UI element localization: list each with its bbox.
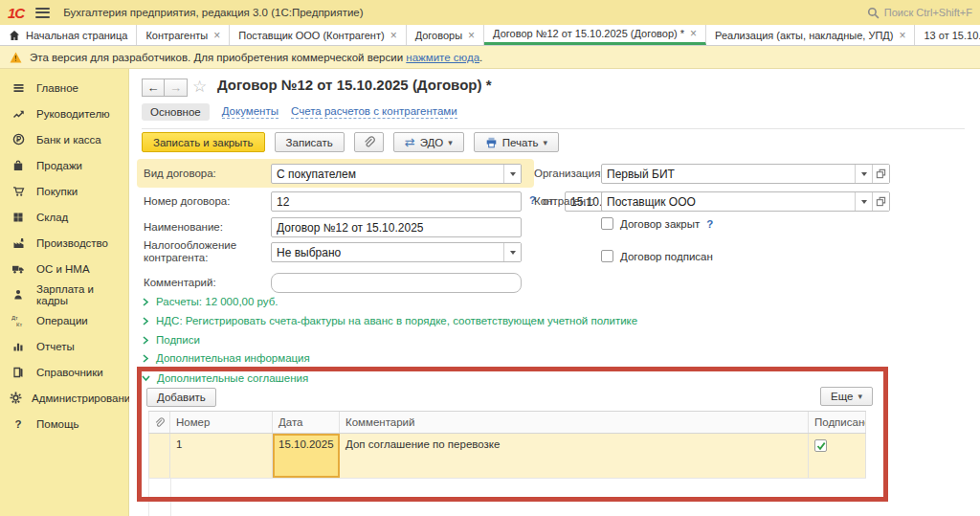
counterparty-combobox[interactable] — [601, 191, 890, 212]
sidebar-item-fixed-assets[interactable]: ОС и НМА — [0, 256, 128, 281]
chevron-right-icon — [142, 336, 149, 345]
section-signatures[interactable]: Подписи — [142, 334, 200, 346]
contract-closed-checkbox[interactable] — [601, 217, 613, 230]
dropdown-arrow[interactable] — [855, 192, 872, 211]
agreement-row[interactable]: 1 15.10.2025 Доп соглашение по перевозке — [148, 434, 866, 479]
section-settlements[interactable]: Расчеты: 12 000,00 руб. — [142, 296, 278, 307]
row-number-cell[interactable]: 1 — [170, 434, 273, 478]
organization-combobox[interactable] — [601, 164, 890, 184]
app-title: Бухгалтерия предприятия, редакция 3.0 (1… — [63, 7, 363, 18]
closed-help-icon[interactable]: ? — [706, 218, 713, 230]
tab-documents[interactable]: Документы — [222, 105, 278, 119]
attachments-button[interactable] — [354, 132, 384, 152]
sidebar-item-purchases[interactable]: Покупки — [0, 178, 128, 204]
close-icon[interactable]: × — [390, 30, 397, 41]
gear-icon — [10, 392, 22, 404]
dropdown-arrow[interactable] — [503, 243, 521, 261]
row-signed-cell[interactable] — [809, 434, 866, 478]
section-vat[interactable]: НДС: Регистрировать счета-фактуры на ава… — [142, 315, 637, 326]
table-empty-area — [148, 479, 866, 516]
section-additional-info[interactable]: Дополнительная информация — [142, 352, 310, 364]
taxation-combobox[interactable] — [271, 242, 522, 262]
add-agreement-button[interactable]: Добавить — [146, 388, 216, 407]
chevron-right-icon — [142, 298, 149, 306]
tab-settlement-accounts[interactable]: Счета расчетов с контрагентами — [291, 105, 457, 119]
print-button[interactable]: Печать ▾ — [474, 132, 559, 152]
tab-main[interactable]: Основное — [142, 103, 210, 121]
sidebar-item-bank-cash[interactable]: Банк и касса — [0, 126, 128, 152]
contract-number-input[interactable] — [272, 192, 521, 211]
sidebar-item-manager[interactable]: Руководителю — [0, 101, 128, 126]
sidebar-item-administration[interactable]: Администрирование — [0, 385, 128, 411]
edo-button[interactable]: ⇄ ЭДО ▾ — [393, 132, 464, 152]
help-icon: ? — [10, 418, 27, 430]
sidebar-item-payroll-hr[interactable]: Зарплата и кадры — [0, 281, 128, 307]
sidebar-item-help[interactable]: ? Помощь — [0, 411, 128, 437]
attachment-column-header[interactable] — [148, 412, 170, 433]
tab-counterparties[interactable]: Контрагенты × — [137, 25, 230, 45]
open-link-icon[interactable] — [872, 165, 889, 183]
name-label: Наименование: — [144, 221, 223, 233]
global-search[interactable]: Поиск Ctrl+Shift+F — [867, 7, 972, 19]
row-attachment-cell[interactable] — [148, 434, 170, 478]
contract-type-input[interactable] — [272, 165, 503, 183]
more-button[interactable]: Еще ▾ — [820, 387, 873, 406]
main-menu-icon[interactable] — [35, 8, 50, 18]
purchase-link[interactable]: нажмите сюда — [406, 52, 479, 63]
sidebar-item-operations[interactable]: ДтКт Операции — [0, 307, 128, 333]
check-icon — [816, 441, 826, 451]
tab-supplier[interactable]: Поставщик ООО (Контрагент) × — [230, 25, 406, 45]
tab-sales-documents[interactable]: Реализация (акты, накладные, УПД) × — [706, 25, 915, 45]
sidebar-item-reports[interactable]: Отчеты — [0, 333, 128, 359]
open-link-icon[interactable] — [872, 192, 889, 211]
name-field[interactable] — [271, 217, 522, 237]
row-comment-cell[interactable]: Доп соглашение по перевозке — [340, 434, 809, 478]
close-icon[interactable]: × — [213, 30, 220, 41]
comment-input[interactable] — [272, 274, 521, 292]
cart-icon — [10, 186, 27, 197]
bag-icon — [10, 160, 27, 171]
close-icon[interactable]: × — [690, 28, 697, 39]
tab-home[interactable]: Начальная страница — [0, 25, 137, 45]
sidebar-item-production[interactable]: Производство — [0, 230, 128, 256]
open-windows-tabbar: Начальная страница Контрагенты × Поставщ… — [0, 25, 980, 46]
save-and-close-button[interactable]: Записать и закрыть — [142, 132, 265, 152]
contract-type-combobox[interactable] — [271, 164, 522, 184]
name-input[interactable] — [272, 218, 521, 236]
tab-contract-12-active[interactable]: Договор №12 от 15.10.2025 (Договор) * × — [484, 25, 706, 45]
save-button[interactable]: Записать — [275, 132, 345, 152]
svg-text:Дт: Дт — [11, 315, 18, 321]
debit-credit-icon: ДтКт — [10, 314, 27, 327]
counterparty-input[interactable] — [602, 192, 855, 211]
dropdown-arrow[interactable] — [855, 165, 872, 183]
back-button[interactable]: ← — [142, 79, 165, 97]
boxes-icon — [10, 212, 27, 223]
sidebar-item-directories[interactable]: Справочники — [0, 359, 128, 385]
section-additional-agreements[interactable]: Дополнительные соглашения — [142, 372, 308, 384]
close-icon[interactable]: × — [899, 30, 905, 41]
favorite-star-icon[interactable]: ☆ — [192, 77, 207, 97]
taxation-input[interactable] — [272, 243, 503, 261]
signed-checkbox-checked[interactable] — [814, 439, 827, 452]
forward-button[interactable]: → — [165, 79, 188, 97]
dropdown-arrow[interactable] — [503, 165, 521, 183]
close-icon[interactable]: × — [468, 30, 475, 41]
column-header-signed[interactable]: Подписано — [809, 412, 866, 433]
contract-signed-row: Договор подписан — [601, 250, 713, 262]
sidebar-item-sales[interactable]: Продажи — [0, 152, 128, 178]
menu-icon — [10, 82, 27, 94]
column-header-date[interactable]: Дата — [273, 412, 340, 433]
contract-signed-checkbox[interactable] — [601, 250, 613, 262]
factory-icon — [10, 237, 27, 249]
comment-field[interactable] — [271, 273, 522, 293]
tab-contracts[interactable]: Договоры × — [407, 25, 484, 45]
window-titlebar: 1С Бухгалтерия предприятия, редакция 3.0… — [0, 0, 980, 25]
tab-contract-13[interactable]: 13 от 15.10.2025 (Договор) × — [915, 25, 980, 45]
sidebar-item-warehouse[interactable]: Склад — [0, 204, 128, 230]
contract-number-field[interactable] — [271, 191, 522, 212]
column-header-number[interactable]: Номер — [170, 412, 273, 433]
organization-input[interactable] — [602, 165, 855, 183]
row-date-cell-selected[interactable]: 15.10.2025 — [273, 434, 340, 478]
sidebar-item-main[interactable]: Главное — [0, 75, 128, 101]
column-header-comment[interactable]: Комментарий — [340, 412, 809, 433]
